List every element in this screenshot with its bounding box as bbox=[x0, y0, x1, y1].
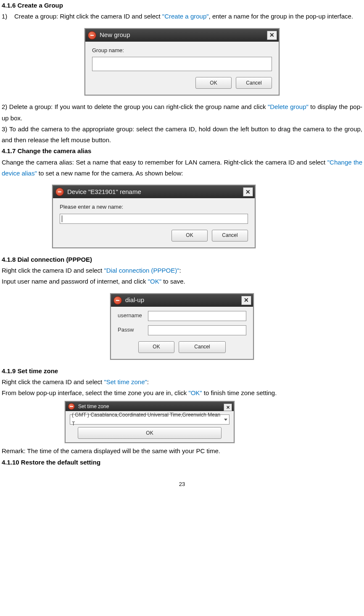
link-pppoe: "Dial connection (PPPOE)" bbox=[104, 267, 179, 274]
page-number: 23 bbox=[2, 468, 362, 489]
password-label: Passw bbox=[118, 325, 148, 335]
heading-419: 4.1.9 Set time zone bbox=[2, 366, 362, 377]
group-name-input[interactable] bbox=[92, 57, 272, 71]
heading-417: 4.1.7 Change the camera alias bbox=[2, 146, 362, 157]
titlebar: Device "E321901" rename ✕ bbox=[53, 186, 255, 198]
new-name-input[interactable] bbox=[60, 214, 248, 224]
titlebar: New group ✕ bbox=[85, 29, 279, 42]
text: Right click the camera ID and select bbox=[2, 267, 104, 274]
rename-dialog: Device "E321901" rename ✕ Please enter a… bbox=[52, 185, 256, 248]
app-icon bbox=[88, 31, 96, 40]
new-name-label: Please enter a new name: bbox=[60, 202, 248, 212]
titlebar: Set time zone ✕ bbox=[66, 402, 234, 411]
dialog-title: dial-up bbox=[125, 295, 144, 305]
text: Create a group: Right click the camera I… bbox=[14, 13, 162, 20]
text: Input user name and password of internet… bbox=[2, 278, 148, 285]
dialog-title: New group bbox=[100, 29, 130, 40]
app-icon bbox=[68, 403, 75, 410]
timezone-dialog: Set time zone ✕ ( GMT ) Casablanca,Coord… bbox=[65, 401, 235, 443]
link-ok: "OK" bbox=[188, 389, 202, 396]
text: From below pop-up interface, select the … bbox=[2, 389, 188, 396]
text-cursor-icon bbox=[62, 215, 62, 222]
close-button[interactable]: ✕ bbox=[224, 404, 232, 411]
link-ok: "OK" bbox=[148, 278, 161, 285]
app-icon bbox=[113, 296, 122, 305]
close-button[interactable]: ✕ bbox=[243, 187, 253, 196]
link-create-group: "Create a group" bbox=[162, 13, 209, 20]
chevron-down-icon bbox=[224, 419, 227, 421]
para-419-2: From below pop-up interface, select the … bbox=[2, 388, 362, 398]
para-419-1: Right click the camera ID and select "Se… bbox=[2, 377, 362, 388]
heading-416: 4.1.6 Create a Group bbox=[2, 0, 362, 11]
close-button[interactable]: ✕ bbox=[267, 31, 277, 40]
ok-button[interactable]: OK bbox=[195, 77, 232, 89]
step-1: 1) Create a group: Right click the camer… bbox=[2, 11, 362, 22]
heading-418: 4.1.8 Dial connection (PPPOE) bbox=[2, 254, 362, 265]
remark: Remark: The time of the camera displayed… bbox=[2, 446, 362, 457]
para-417: Change the camera alias: Set a name that… bbox=[2, 157, 362, 179]
text: : bbox=[179, 267, 181, 274]
ok-button[interactable]: OK bbox=[171, 230, 208, 242]
new-group-dialog: New group ✕ Group name: OK Cancel bbox=[84, 28, 280, 96]
link-delete-group: "Delete group" bbox=[268, 103, 309, 110]
text: to set a new name for the camera. As sho… bbox=[37, 170, 183, 177]
selected-option: ( GMT ) Casablanca,Coordinated Universal… bbox=[72, 411, 224, 428]
username-label: username bbox=[118, 311, 148, 321]
dialup-dialog: dial-up ✕ username Passw OK Cancel bbox=[110, 293, 254, 360]
timezone-select[interactable]: ( GMT ) Casablanca,Coordinated Universal… bbox=[70, 414, 229, 425]
close-button[interactable]: ✕ bbox=[241, 296, 251, 305]
text: Right click the camera ID and select bbox=[2, 378, 104, 385]
para-418-1: Right click the camera ID and select "Di… bbox=[2, 265, 362, 276]
text: : bbox=[147, 378, 149, 385]
step-2: 2) Delete a group: If you want to delete… bbox=[2, 101, 362, 124]
group-name-label: Group name: bbox=[92, 46, 272, 56]
cancel-button[interactable]: Cancel bbox=[179, 341, 226, 353]
ok-button[interactable]: OK bbox=[138, 341, 174, 353]
cancel-button[interactable]: Cancel bbox=[236, 77, 272, 89]
password-input[interactable] bbox=[148, 325, 246, 335]
ok-button[interactable]: OK bbox=[78, 427, 222, 439]
heading-4110: 4.1.10 Restore the default setting bbox=[2, 457, 362, 468]
cancel-button[interactable]: Cancel bbox=[212, 230, 248, 242]
text: Change the camera alias: Set a name that… bbox=[2, 159, 327, 166]
text: to finish time zone setting. bbox=[202, 389, 277, 396]
dialog-title: Set time zone bbox=[78, 402, 109, 411]
dialog-title: Device "E321901" rename bbox=[67, 186, 141, 197]
step-3: 3) To add the camera to the appropriate … bbox=[2, 124, 362, 146]
titlebar: dial-up ✕ bbox=[111, 294, 253, 307]
app-icon bbox=[55, 188, 64, 196]
text: to save. bbox=[161, 278, 185, 285]
link-set-timezone: "Set time zone" bbox=[104, 378, 147, 385]
step-number: 1) bbox=[2, 13, 7, 20]
text: , enter a name for the group in the pop-… bbox=[209, 13, 353, 20]
para-418-2: Input user name and password of internet… bbox=[2, 276, 362, 287]
text: 2) Delete a group: If you want to delete… bbox=[2, 103, 268, 110]
username-input[interactable] bbox=[148, 311, 246, 321]
